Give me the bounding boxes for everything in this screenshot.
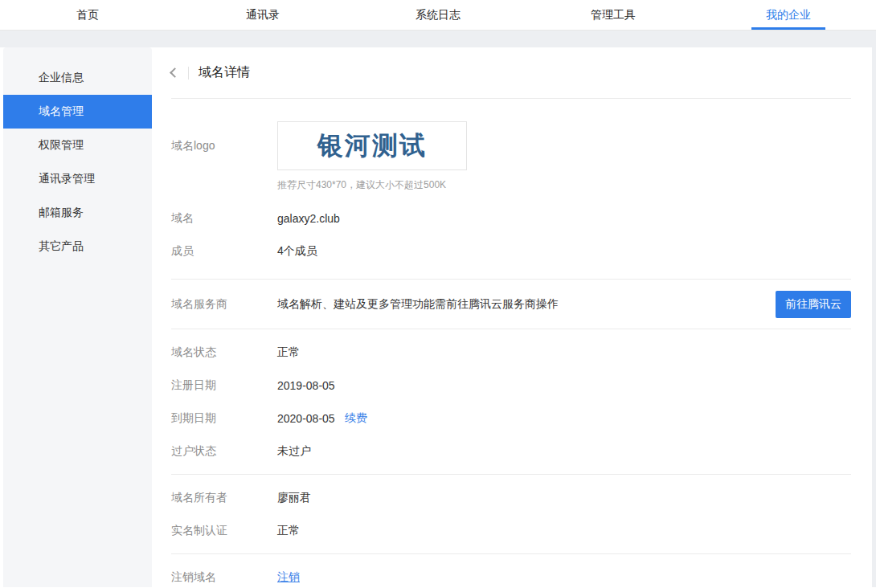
domain-row: 域名 galaxy2.club	[171, 202, 851, 235]
sidebar: 企业信息 域名管理 权限管理 通讯录管理 邮箱服务 其它产品	[3, 47, 152, 587]
page-background-strip	[872, 47, 876, 587]
sidebar-item-other-products[interactable]: 其它产品	[3, 230, 152, 263]
chevron-left-icon	[170, 67, 180, 78]
sidebar-item-contacts-management[interactable]: 通讯录管理	[3, 162, 152, 196]
register-date-row: 注册日期 2019-08-05	[171, 369, 851, 402]
transfer-status-row: 过户状态 未过户	[171, 435, 851, 468]
divider	[171, 98, 851, 99]
expire-date-row: 到期日期 2020-08-05 续费	[171, 402, 851, 435]
back-button[interactable]	[171, 67, 189, 80]
logo-label: 域名logo	[171, 121, 277, 153]
nav-item-my-enterprise-label: 我的企业	[766, 8, 811, 22]
nav-item-contacts[interactable]: 通讯录	[175, 0, 350, 30]
domain-status-value: 正常	[277, 345, 300, 360]
cancel-domain-row: 注销域名 注销	[171, 561, 851, 587]
provider-label: 域名服务商	[171, 297, 277, 312]
owner-label: 域名所有者	[171, 491, 277, 505]
content-area: 企业信息 域名管理 权限管理 通讯录管理 邮箱服务 其它产品 域名详情 域名lo…	[0, 47, 876, 587]
section-status: 域名状态 正常 注册日期 2019-08-05 到期日期 2020-08-05 …	[171, 329, 851, 474]
owner-value: 廖丽君	[277, 491, 311, 505]
section-basic: 域名logo 银河测试 推荐尺寸430*70，建议大小不超过500K 域名 ga…	[171, 121, 851, 279]
nav-item-system-log[interactable]: 系统日志	[350, 0, 526, 30]
page-header: 域名详情	[171, 47, 851, 98]
renew-link[interactable]: 续费	[345, 411, 367, 426]
header-separator	[188, 67, 189, 80]
domain-status-label: 域名状态	[171, 345, 277, 360]
nav-item-home-label: 首页	[76, 8, 99, 22]
top-nav: 首页 通讯录 系统日志 管理工具 我的企业	[0, 0, 876, 31]
page-background-band	[0, 31, 876, 47]
nav-active-underline	[751, 27, 825, 30]
members-label: 成员	[171, 244, 277, 259]
register-date-label: 注册日期	[171, 378, 277, 393]
members-row: 成员 4个成员	[171, 235, 851, 267]
domain-label: 域名	[171, 211, 277, 226]
section-cancel: 注销域名 注销	[171, 554, 851, 587]
section-provider: 域名服务商 域名解析、建站及更多管理功能需前往腾讯云服务商操作 前往腾讯云	[171, 280, 851, 329]
nav-item-admin-tools-label: 管理工具	[591, 8, 636, 22]
sidebar-item-mailbox-service[interactable]: 邮箱服务	[3, 196, 152, 230]
provider-row: 域名服务商 域名解析、建站及更多管理功能需前往腾讯云服务商操作 前往腾讯云	[171, 288, 851, 321]
expire-date-value: 2020-08-05	[277, 412, 335, 425]
domain-logo-text: 银河测试	[317, 129, 427, 164]
cancel-domain-label: 注销域名	[171, 570, 277, 585]
sidebar-item-permission-management[interactable]: 权限管理	[3, 129, 152, 162]
domain-value: galaxy2.club	[277, 212, 340, 225]
domain-logo-image: 银河测试	[277, 121, 467, 170]
domain-status-row: 域名状态 正常	[171, 336, 851, 369]
realname-row: 实名制认证 正常	[171, 514, 851, 547]
transfer-status-value: 未过户	[277, 444, 311, 459]
cancel-domain-link[interactable]: 注销	[277, 570, 300, 585]
logo-hint: 推荐尺寸430*70，建议大小不超过500K	[277, 178, 467, 192]
members-value: 4个成员	[277, 244, 317, 259]
logo-block: 银河测试 推荐尺寸430*70，建议大小不超过500K	[277, 121, 467, 192]
provider-value: 域名解析、建站及更多管理功能需前往腾讯云服务商操作	[277, 297, 559, 312]
sidebar-item-enterprise-info[interactable]: 企业信息	[3, 61, 152, 95]
goto-tencent-cloud-button[interactable]: 前往腾讯云	[776, 291, 851, 318]
register-date-value: 2019-08-05	[277, 379, 335, 392]
section-owner: 域名所有者 廖丽君 实名制认证 正常	[171, 475, 851, 553]
nav-item-my-enterprise[interactable]: 我的企业	[701, 0, 876, 30]
realname-value: 正常	[277, 524, 300, 538]
owner-row: 域名所有者 廖丽君	[171, 481, 851, 514]
realname-label: 实名制认证	[171, 524, 277, 538]
sidebar-item-domain-management[interactable]: 域名管理	[3, 95, 152, 129]
nav-item-system-log-label: 系统日志	[415, 8, 461, 22]
nav-item-contacts-label: 通讯录	[246, 8, 280, 22]
page-title: 域名详情	[199, 64, 250, 81]
nav-item-home[interactable]: 首页	[0, 0, 175, 30]
transfer-status-label: 过户状态	[171, 444, 277, 459]
main-panel: 域名详情 域名logo 银河测试 推荐尺寸430*70，建议大小不超过500K …	[152, 47, 872, 587]
expire-date-label: 到期日期	[171, 411, 277, 426]
nav-item-admin-tools[interactable]: 管理工具	[526, 0, 701, 30]
logo-row: 域名logo 银河测试 推荐尺寸430*70，建议大小不超过500K	[171, 121, 851, 192]
